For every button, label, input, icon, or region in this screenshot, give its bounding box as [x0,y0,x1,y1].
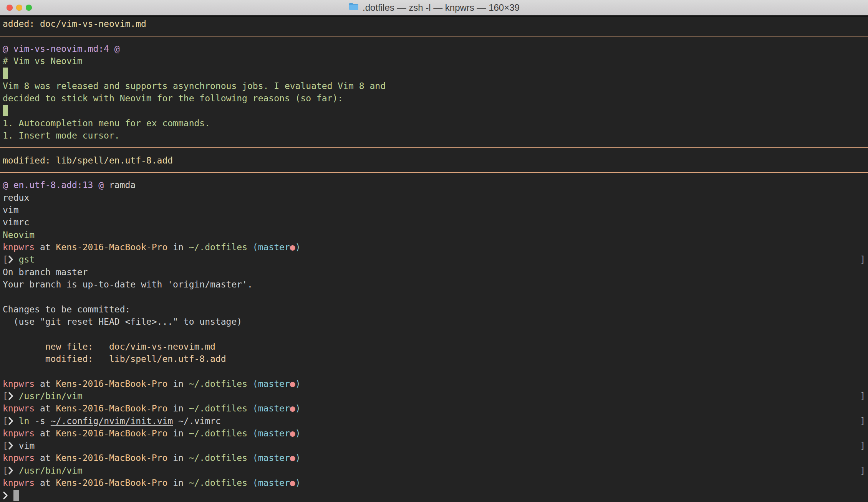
terminal-row: redux [3,192,865,204]
rule-line [0,147,868,148]
window-title: .dotfiles — zsh -l — knpwrs — 160×39 [348,2,520,13]
input-line [3,489,865,501]
text-segment: Neovim [3,229,35,241]
terminal-row: vim [3,204,865,216]
prompt-line: knpwrs at Kens-2016-MacBook-Pro in ~/.do… [3,427,865,439]
text-segment: ● [290,241,295,253]
prompt-line: knpwrs at Kens-2016-MacBook-Pro in ~/.do… [3,452,865,464]
text-segment: 1. Insert mode cursor. [3,129,120,142]
text-segment [13,439,19,452]
prompt-line: knpwrs at Kens-2016-MacBook-Pro in ~/.do… [3,241,865,253]
text-segment: added: doc/vim-vs-neovim.md [3,18,146,30]
text-segment: in [167,241,189,253]
text-segment: ) [295,378,301,390]
text-segment: ) [295,402,301,414]
text-segment: ( [247,477,258,489]
text-segment: ● [290,477,295,489]
text-segment: knpwrs [3,477,35,489]
text-segment: ) [295,477,301,489]
text-segment [13,415,19,427]
text-segment: ~/.dotfiles [189,452,247,464]
terminal-row: Your branch is up-to-date with 'origin/m… [3,278,865,291]
minimize-button[interactable] [16,5,22,11]
text-segment: Kens-2016-MacBook-Pro [56,402,167,414]
prompt-chevron-icon [8,416,13,426]
text-segment: ● [290,427,295,439]
text-segment: knpwrs [3,241,35,253]
terminal-row: Changes to be committed: [3,303,865,315]
text-segment: redux [3,192,29,204]
text-segment: master [258,452,290,464]
prompt-chevron-icon [8,391,13,401]
shell-bracket: ] [860,253,865,266]
shell-bracket: [ [3,390,8,402]
text-segment: ~/.dotfiles [189,402,247,414]
rule-line [0,172,868,173]
text-segment: ramda [104,179,136,191]
text-segment: gst [19,253,35,266]
prompt-chevron-icon [8,441,13,450]
text-segment: ( [247,427,258,439]
text-segment: new file: doc/vim-vs-neovim.md [3,340,215,353]
terminal-row: modified: lib/spell/en.utf-8.add [3,154,865,167]
text-segment: ) [295,241,301,253]
shell-bracket: ] [860,439,865,452]
folder-icon [348,2,359,13]
text-segment: -s [29,415,50,427]
text-segment [13,464,19,477]
text-segment [8,489,13,501]
text-segment: modified: lib/spell/en.utf-8.add [3,154,173,167]
text-segment: 1. Autocompletion menu for ex commands. [3,117,210,129]
text-segment: Your branch is up-to-date with 'origin/m… [3,278,253,291]
text-segment: ~/.dotfiles [189,477,247,489]
diff-separator-rule [0,30,868,42]
text-segment: at [35,452,56,464]
prompt-line: knpwrs at Kens-2016-MacBook-Pro in ~/.do… [3,402,865,414]
text-segment: in [167,402,189,414]
text-segment: (use "git reset HEAD <file>..." to unsta… [3,315,242,328]
text-segment: ) [295,452,301,464]
text-segment: Kens-2016-MacBook-Pro [56,378,167,390]
diff-separator-rule [0,142,868,154]
terminal-row: added: doc/vim-vs-neovim.md [3,18,865,30]
terminal-row: modified: lib/spell/en.utf-8.add [3,353,865,365]
window-titlebar[interactable]: .dotfiles — zsh -l — knpwrs — 160×39 [0,0,868,15]
text-segment: master [258,477,290,489]
shell-bracket: [ [3,439,8,452]
text-segment: On branch master [3,266,88,278]
text-segment: Changes to be committed: [3,303,130,315]
diff-added-empty-line [3,104,865,117]
text-segment [13,253,19,266]
command-line: [ /usr/bin/vim] [3,464,865,477]
prompt-chevron-icon [8,466,13,475]
zoom-button[interactable] [26,5,32,11]
text-segment: ( [247,452,258,464]
text-segment: master [258,427,290,439]
text-segment: # Vim vs Neovim [3,55,83,67]
text-segment: ) [295,427,301,439]
terminal-row: @ en.utf-8.add:13 @ ramda [3,179,865,191]
text-segment: ( [247,241,258,253]
text-segment: vim [19,439,35,452]
text-segment: ( [247,402,258,414]
text-segment: ● [290,402,295,414]
text-segment: ~/.dotfiles [189,378,247,390]
shell-bracket: ] [860,415,865,427]
text-segment: @ en.utf-8.add:13 @ [3,179,104,191]
text-segment: /usr/bin/vim [19,390,83,402]
text-segment: at [35,477,56,489]
terminal-row: new file: doc/vim-vs-neovim.md [3,340,865,353]
terminal[interactable]: added: doc/vim-vs-neovim.md@ vim-vs-neov… [0,15,868,502]
blank-line [3,291,865,303]
text-segment: ln [19,415,30,427]
shell-bracket: ] [860,464,865,477]
terminal-row: Vim 8 was released and supports asynchro… [3,80,865,92]
added-line-marker [3,68,8,79]
prompt-line: knpwrs at Kens-2016-MacBook-Pro in ~/.do… [3,477,865,489]
text-segment: master [258,378,290,390]
text-segment: master [258,241,290,253]
text-segment: ● [290,452,295,464]
close-button[interactable] [7,5,13,11]
text-segment: decided to stick with Neovim for the fol… [3,92,343,104]
text-segment: at [35,402,56,414]
